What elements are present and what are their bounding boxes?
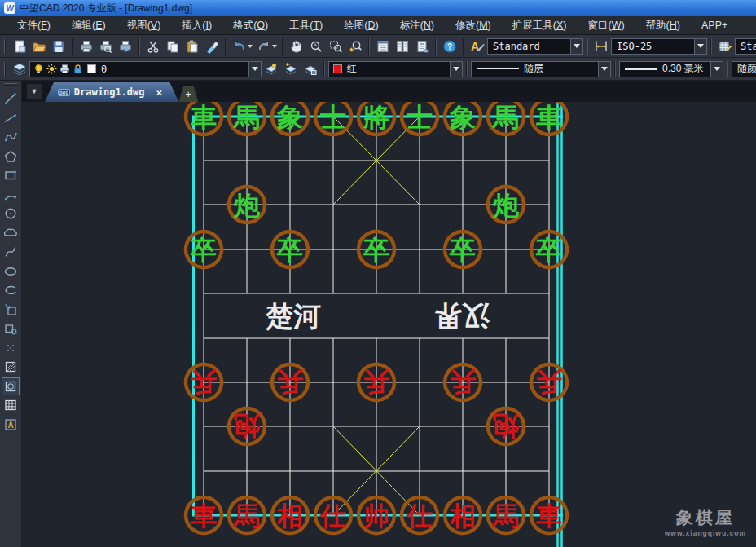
window-title: 中望CAD 2020 专业版 - [Drawing1.dwg] bbox=[20, 2, 192, 15]
mtext-tool[interactable]: A bbox=[2, 416, 20, 434]
toolbar-separator bbox=[463, 38, 464, 55]
tab-close-icon[interactable]: × bbox=[156, 86, 163, 99]
chevron-down-icon[interactable] bbox=[450, 62, 462, 77]
toolbar-separator bbox=[282, 38, 284, 55]
toolbar-grip[interactable] bbox=[4, 62, 6, 77]
plot-style-combo[interactable]: 随颜色 bbox=[732, 61, 756, 77]
point-tool[interactable] bbox=[2, 339, 20, 357]
menu-modify[interactable]: 修改(M) bbox=[445, 16, 502, 34]
piece-red: 馬 bbox=[232, 501, 260, 532]
spline-tool[interactable] bbox=[2, 243, 20, 261]
toolbar-separator bbox=[710, 38, 712, 55]
make-block-tool[interactable] bbox=[2, 320, 20, 337]
sheet-set-button[interactable] bbox=[412, 37, 432, 56]
redo-button[interactable] bbox=[254, 37, 274, 56]
layer-plot-icon[interactable] bbox=[59, 64, 70, 74]
cut-button[interactable] bbox=[143, 37, 163, 56]
piece-red: 兵 bbox=[450, 367, 477, 398]
piece-red: 帅 bbox=[363, 501, 389, 532]
layer-states-button[interactable] bbox=[301, 60, 320, 79]
piece-green: 象 bbox=[276, 102, 303, 133]
piece-green: 將 bbox=[363, 102, 389, 133]
zoom-realtime-button[interactable] bbox=[306, 37, 326, 56]
construction-line-tool[interactable] bbox=[2, 109, 20, 127]
layer-thaw-icon[interactable] bbox=[46, 64, 57, 74]
save-button[interactable] bbox=[49, 37, 68, 56]
pan-button[interactable] bbox=[287, 37, 306, 56]
linetype-combo[interactable]: 随层 bbox=[471, 61, 611, 77]
lineweight-combo[interactable]: 0.30 毫米 bbox=[619, 61, 723, 77]
svg-text:A: A bbox=[7, 421, 13, 430]
copy-button[interactable] bbox=[163, 37, 182, 56]
circle-tool[interactable] bbox=[2, 205, 20, 223]
menu-view[interactable]: 视图(V) bbox=[116, 16, 172, 34]
table-style-icon bbox=[715, 37, 735, 56]
toolbar-separator bbox=[614, 61, 616, 77]
chevron-down-icon[interactable] bbox=[694, 39, 706, 54]
polygon-tool[interactable] bbox=[2, 148, 20, 165]
plot-button[interactable] bbox=[77, 37, 96, 56]
line-tool[interactable] bbox=[2, 90, 20, 108]
color-combo[interactable]: 红 bbox=[328, 61, 463, 77]
text-style-combo[interactable]: Standard bbox=[487, 38, 583, 55]
menu-insert[interactable]: 插入(I) bbox=[171, 16, 222, 34]
zoom-previous-button[interactable] bbox=[345, 37, 365, 56]
ellipse-arc-tool[interactable] bbox=[2, 281, 20, 299]
make-object-layer-current-button[interactable] bbox=[262, 60, 281, 79]
new-button[interactable] bbox=[10, 37, 29, 56]
new-tab-button[interactable]: + bbox=[178, 86, 198, 102]
ellipse-tool[interactable] bbox=[2, 262, 20, 280]
menu-bar: 文件(F)编辑(E)视图(V)插入(I)格式(O)工具(T)绘图(D)标注(N)… bbox=[0, 16, 756, 35]
layer-previous-button[interactable] bbox=[281, 60, 301, 79]
toolbar-grip[interactable] bbox=[4, 39, 6, 54]
chevron-down-icon[interactable] bbox=[570, 39, 582, 54]
layer-unlock-icon[interactable] bbox=[73, 64, 83, 74]
chevron-down-icon[interactable] bbox=[598, 62, 610, 77]
polyline-tool[interactable] bbox=[2, 128, 20, 146]
plot-preview-button[interactable] bbox=[96, 37, 116, 56]
menu-format[interactable]: 格式(O) bbox=[222, 16, 279, 34]
arc-tool[interactable] bbox=[2, 186, 20, 204]
dim-style-icon bbox=[591, 37, 611, 56]
chevron-down-icon[interactable] bbox=[248, 62, 261, 77]
drawing-canvas[interactable]: 楚河汉界車馬象士將士象馬車炮炮卒卒卒卒卒兵兵兵兵兵炮炮車馬相仕帅仕相馬車 象棋屋… bbox=[22, 102, 756, 547]
redo-button-dropdown-icon[interactable] bbox=[272, 45, 277, 48]
hatch-tool[interactable] bbox=[2, 358, 20, 376]
revision-cloud-tool[interactable] bbox=[2, 224, 20, 242]
table-style-combo[interactable]: Standard bbox=[735, 38, 756, 55]
tab-list-dropdown[interactable]: ▼ bbox=[27, 84, 42, 99]
menu-edit[interactable]: 编辑(E) bbox=[61, 16, 116, 34]
publish-button[interactable] bbox=[116, 37, 135, 56]
menu-draw[interactable]: 绘图(D) bbox=[333, 16, 389, 34]
tool-palettes-button[interactable] bbox=[393, 37, 412, 56]
menu-file[interactable]: 文件(F) bbox=[7, 16, 61, 34]
layer-on-icon[interactable] bbox=[33, 64, 44, 74]
tab-drawing1[interactable]: DWG Drawing1.dwg × bbox=[45, 82, 178, 102]
open-button[interactable] bbox=[29, 37, 49, 56]
menu-tools[interactable]: 工具(T) bbox=[279, 16, 333, 34]
menu-window[interactable]: 窗口(W) bbox=[577, 16, 635, 34]
match-properties-button[interactable] bbox=[202, 37, 222, 56]
toolbar-grip[interactable] bbox=[4, 83, 17, 86]
menu-app-plus[interactable]: APP+ bbox=[691, 16, 738, 34]
rectangle-tool[interactable] bbox=[2, 166, 20, 184]
menu-help[interactable]: 帮助(H) bbox=[635, 16, 691, 34]
undo-button[interactable] bbox=[230, 37, 249, 56]
zoom-window-button[interactable] bbox=[326, 37, 345, 56]
text-style-value: Standard bbox=[488, 41, 570, 52]
piece-green: 卒 bbox=[363, 235, 389, 266]
chevron-down-icon[interactable] bbox=[710, 62, 723, 77]
help-button[interactable]: ? bbox=[440, 37, 459, 56]
dim-style-combo[interactable]: ISO-25 bbox=[611, 38, 707, 55]
properties-button[interactable] bbox=[373, 37, 393, 56]
paste-button[interactable] bbox=[182, 37, 202, 56]
menu-dimension[interactable]: 标注(N) bbox=[389, 16, 445, 34]
layer-properties-button[interactable] bbox=[10, 60, 29, 79]
table-tool[interactable] bbox=[2, 396, 20, 414]
linetype-value: 随层 bbox=[519, 62, 598, 76]
undo-button-dropdown-icon[interactable] bbox=[248, 45, 253, 48]
menu-express[interactable]: 扩展工具(X) bbox=[502, 16, 578, 34]
region-tool[interactable] bbox=[2, 377, 20, 395]
layer-combo[interactable]: 0 bbox=[29, 61, 262, 77]
insert-block-tool[interactable] bbox=[2, 301, 20, 319]
